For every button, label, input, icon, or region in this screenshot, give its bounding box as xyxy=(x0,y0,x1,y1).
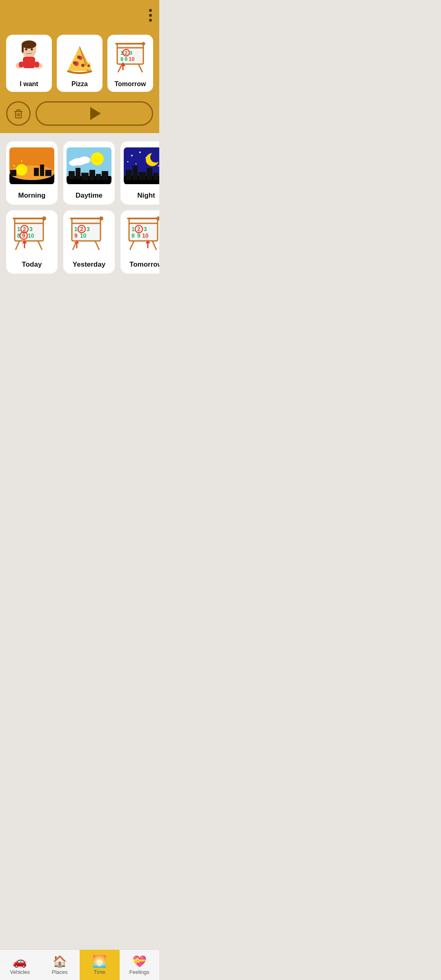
svg-rect-72 xyxy=(133,166,138,180)
svg-line-121 xyxy=(152,241,156,250)
morning-label: Morning xyxy=(18,192,45,200)
svg-rect-9 xyxy=(34,62,39,67)
person-icon xyxy=(14,40,45,77)
svg-text:10: 10 xyxy=(28,232,34,239)
tomorrow-label: Tomorrow xyxy=(129,261,159,269)
svg-point-14 xyxy=(81,64,85,67)
svg-rect-8 xyxy=(19,62,24,67)
svg-point-52 xyxy=(79,156,90,164)
svg-text:8: 8 xyxy=(131,232,135,239)
sentence-card-pizza[interactable]: Pizza xyxy=(57,35,102,92)
tomorrow-top-label: Tomorrow xyxy=(114,80,146,88)
svg-point-5 xyxy=(31,49,33,51)
svg-text:1: 1 xyxy=(74,226,78,232)
grid-area: Morning xyxy=(0,133,159,278)
morning-scene-icon xyxy=(9,147,54,184)
grid-card-morning[interactable]: Morning xyxy=(6,141,58,205)
svg-point-65 xyxy=(139,151,141,153)
svg-line-106 xyxy=(95,241,99,250)
svg-rect-46 xyxy=(45,170,51,176)
svg-point-67 xyxy=(127,161,129,162)
svg-line-29 xyxy=(118,64,122,72)
svg-rect-57 xyxy=(89,170,95,180)
svg-text:9: 9 xyxy=(137,232,140,239)
svg-text:1: 1 xyxy=(131,226,135,232)
night-image xyxy=(124,146,159,185)
svg-point-40 xyxy=(16,164,27,176)
grid-card-today[interactable]: 1 2 3 8 9 10 Today xyxy=(6,210,58,274)
svg-rect-54 xyxy=(69,171,75,179)
svg-point-96 xyxy=(99,216,103,220)
svg-text:2: 2 xyxy=(23,226,26,232)
svg-point-66 xyxy=(146,157,147,158)
svg-line-92 xyxy=(38,241,42,250)
svg-text:3: 3 xyxy=(144,226,147,232)
sentence-card-tomorrow-top[interactable]: 1 2 3 8 9 10 Tomorrow xyxy=(107,35,153,92)
trash-icon xyxy=(12,107,24,120)
sentence-card-i-want[interactable]: I want xyxy=(6,35,52,92)
i-want-image xyxy=(9,40,49,78)
sentence-area: I want xyxy=(0,31,159,98)
svg-text:3: 3 xyxy=(29,226,33,232)
today-image: 1 2 3 8 9 10 xyxy=(9,215,54,254)
svg-line-120 xyxy=(130,241,134,250)
grid-card-yesterday[interactable]: 1 2 3 9 10 Yesterday xyxy=(63,210,115,274)
svg-rect-45 xyxy=(40,165,44,176)
tomorrow-top-image: 1 2 3 8 9 10 xyxy=(111,40,150,78)
grid-card-daytime[interactable]: Daytime xyxy=(63,141,115,205)
svg-point-64 xyxy=(131,155,133,156)
svg-point-68 xyxy=(136,163,137,164)
pizza-icon xyxy=(63,42,96,75)
svg-rect-73 xyxy=(138,172,146,180)
grid-card-tomorrow[interactable]: 1 2 3 8 9 10 Tomorrow xyxy=(120,210,159,274)
svg-text:10: 10 xyxy=(80,232,87,239)
svg-text:9: 9 xyxy=(22,232,25,239)
daytime-image xyxy=(67,146,111,185)
night-scene-icon xyxy=(124,147,159,184)
svg-text:10: 10 xyxy=(142,232,149,239)
today-label: Today xyxy=(22,261,42,269)
svg-rect-2 xyxy=(22,45,24,53)
svg-rect-71 xyxy=(126,170,132,180)
play-button[interactable] xyxy=(36,101,153,126)
svg-rect-55 xyxy=(76,168,80,179)
svg-line-91 xyxy=(16,241,20,250)
svg-text:8: 8 xyxy=(120,56,123,62)
svg-rect-47 xyxy=(10,170,16,176)
svg-rect-76 xyxy=(159,170,159,180)
time-grid: Morning xyxy=(6,141,153,274)
yesterday-image: 1 2 3 9 10 xyxy=(67,215,111,254)
more-options-button[interactable] xyxy=(149,9,152,22)
svg-point-1 xyxy=(22,40,36,49)
svg-point-70 xyxy=(158,165,159,166)
grid-card-night[interactable]: Night xyxy=(120,141,159,205)
pizza-image xyxy=(60,40,99,78)
svg-text:1: 1 xyxy=(17,226,20,232)
morning-image xyxy=(9,146,54,185)
today-calendar-icon: 1 2 3 8 9 10 xyxy=(11,216,52,253)
svg-text:3: 3 xyxy=(129,50,132,56)
tomorrow-image: 1 2 3 8 9 10 xyxy=(124,215,159,254)
svg-text:9: 9 xyxy=(74,232,78,239)
svg-rect-75 xyxy=(153,173,158,180)
svg-rect-74 xyxy=(147,168,152,180)
svg-text:2: 2 xyxy=(125,50,127,56)
top-bar xyxy=(0,0,159,31)
svg-text:10: 10 xyxy=(129,56,134,62)
daytime-label: Daytime xyxy=(76,192,102,200)
svg-text:9: 9 xyxy=(125,56,127,62)
svg-rect-59 xyxy=(102,171,108,180)
calendar-top-icon: 1 2 3 8 9 10 xyxy=(114,42,147,76)
yesterday-calendar-icon: 1 2 3 9 10 xyxy=(69,216,109,253)
pizza-label: Pizza xyxy=(71,80,88,88)
svg-point-4 xyxy=(25,49,27,51)
play-triangle-icon xyxy=(90,107,101,120)
svg-point-80 xyxy=(42,216,46,220)
svg-point-19 xyxy=(142,42,145,45)
delete-button[interactable] xyxy=(6,101,31,126)
yesterday-label: Yesterday xyxy=(73,261,105,269)
svg-point-13 xyxy=(77,56,80,59)
svg-rect-3 xyxy=(23,57,35,68)
daytime-scene-icon xyxy=(67,147,111,184)
svg-rect-58 xyxy=(96,174,101,180)
